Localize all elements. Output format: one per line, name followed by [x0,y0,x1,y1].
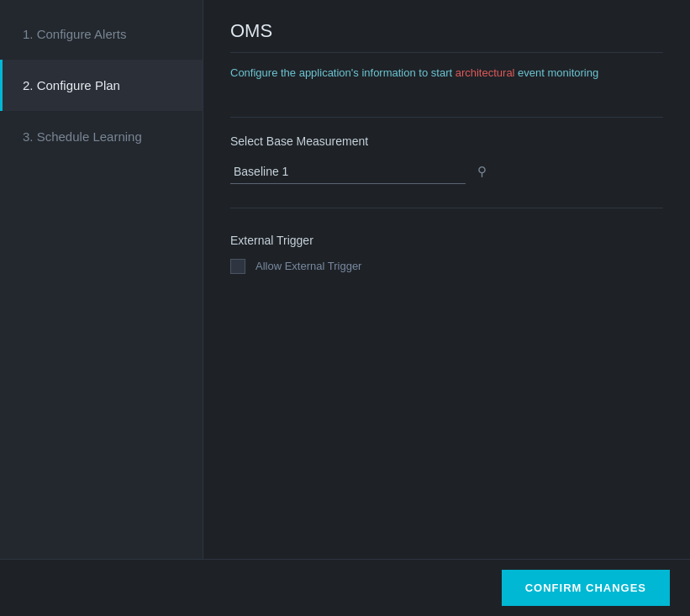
confirm-changes-button[interactable]: CONFIRM CHANGES [502,570,670,606]
highlight-text: architectural [456,66,515,79]
main-content: 1. Configure Alerts 2. Configure Plan 3.… [0,0,690,559]
right-panel: OMS Configure the application's informat… [203,0,690,559]
divider-1 [230,117,663,118]
panel-title: OMS [230,20,663,53]
checkbox-row: Allow External Trigger [230,259,663,274]
sidebar-item-configure-plan[interactable]: 2. Configure Plan [0,60,203,111]
allow-external-trigger-label: Allow External Trigger [255,260,361,272]
panel-description: Configure the application's information … [230,65,663,82]
sidebar-item-configure-alerts[interactable]: 1. Configure Alerts [0,8,203,60]
divider-2 [230,208,663,208]
sidebar-item-schedule-learning[interactable]: 3. Schedule Learning [0,111,203,162]
external-trigger-section: External Trigger Allow External Trigger [230,234,663,274]
allow-external-trigger-checkbox[interactable] [230,259,245,274]
search-icon-button[interactable]: ⚲ [474,161,490,182]
app-container: 1. Configure Alerts 2. Configure Plan 3.… [0,0,690,616]
footer: CONFIRM CHANGES [0,559,690,616]
baseline-input-row: ⚲ [230,160,663,184]
sidebar: 1. Configure Alerts 2. Configure Plan 3.… [0,0,203,559]
base-measurement-label: Select Base Measurement [230,134,663,148]
baseline-input[interactable] [230,160,466,184]
external-trigger-label: External Trigger [230,234,663,247]
